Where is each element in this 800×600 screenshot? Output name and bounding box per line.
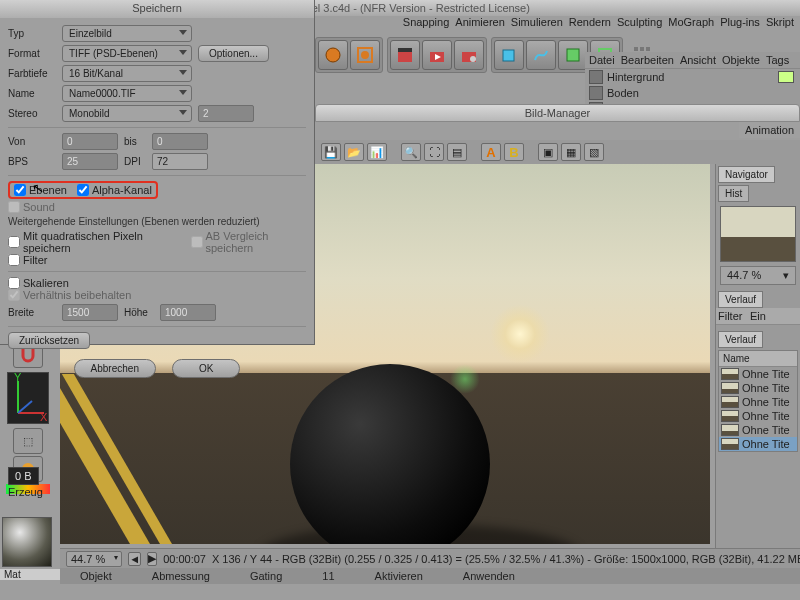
object-tag-icon[interactable] (778, 71, 794, 83)
objmenu-objekte[interactable]: Objekte (722, 54, 760, 66)
footer-gating[interactable]: Gating (250, 570, 282, 582)
history-row[interactable]: Ohne Tite (719, 381, 797, 395)
pv-histogram-icon[interactable]: 📊 (367, 143, 387, 161)
svg-rect-12 (634, 47, 638, 51)
picture-viewer-toolbar: 💾 📂 📊 🔍 ⛶ ▤ A B ▣ ▦ ▧ (315, 140, 800, 164)
perspective-icon[interactable]: ⬚ (13, 428, 43, 454)
svg-rect-13 (640, 47, 644, 51)
object-row[interactable]: Hintergrund (585, 69, 800, 85)
menu-skript[interactable]: Skript (766, 16, 794, 30)
bis-field[interactable]: 0 (152, 133, 208, 150)
footer-abmessung[interactable]: Abmessung (152, 570, 210, 582)
ok-button[interactable]: OK (172, 359, 240, 378)
pv-filter1-icon[interactable]: ▣ (538, 143, 558, 161)
ebenen-checkbox[interactable] (14, 184, 26, 196)
pv-compare-b-icon[interactable]: B (504, 143, 524, 161)
object-row[interactable]: Boden (585, 85, 800, 101)
history-header-name[interactable]: Name (719, 351, 797, 367)
pv-filter3-icon[interactable]: ▧ (584, 143, 604, 161)
pv-channel-icon[interactable]: ▤ (447, 143, 467, 161)
pv-zoom-icon[interactable]: 🔍 (401, 143, 421, 161)
tab-navigator[interactable]: Navigator (718, 166, 775, 183)
filter-checkbox[interactable] (8, 254, 20, 266)
pv-filter2-icon[interactable]: ▦ (561, 143, 581, 161)
render-region-icon[interactable] (350, 40, 380, 70)
svg-line-20 (18, 401, 32, 413)
pv-fullscreen-icon[interactable]: ⛶ (424, 143, 444, 161)
svg-point-2 (361, 51, 369, 59)
quadratic-checkbox[interactable] (8, 236, 20, 248)
cancel-button[interactable]: Abbrechen (74, 359, 156, 378)
menu-sculpting[interactable]: Sculpting (617, 16, 662, 30)
stereo-dropdown[interactable]: Monobild (62, 105, 192, 122)
pv-save-icon[interactable]: 💾 (321, 143, 341, 161)
ratio-checkbox (8, 289, 20, 301)
generator-icon[interactable] (558, 40, 588, 70)
material-label[interactable]: Mat (0, 569, 60, 580)
render-icon[interactable] (318, 40, 348, 70)
verlauf-filter-label[interactable]: Filter (718, 310, 742, 322)
menu-animieren[interactable]: Animieren (455, 16, 505, 30)
history-row[interactable]: Ohne Tite (719, 367, 797, 381)
chevron-down-icon: ▾ (783, 269, 789, 282)
clapboard-play-icon[interactable] (422, 40, 452, 70)
objmenu-datei[interactable]: Datei (589, 54, 615, 66)
render-sunlight (490, 304, 550, 364)
farbtiefe-dropdown[interactable]: 16 Bit/Kanal (62, 65, 192, 82)
history-row[interactable]: Ohne Tite (719, 437, 797, 451)
von-field[interactable]: 0 (62, 133, 118, 150)
menu-simulieren[interactable]: Simulieren (511, 16, 563, 30)
history-row[interactable]: Ohne Tite (719, 395, 797, 409)
format-dropdown[interactable]: TIFF (PSD-Ebenen) (62, 45, 192, 62)
clapboard-icon[interactable] (390, 40, 420, 70)
tab-verlauf[interactable]: Verlauf (718, 291, 763, 308)
pv-open-icon[interactable]: 📂 (344, 143, 364, 161)
label-stereo: Stereo (8, 108, 56, 119)
pv-compare-a-icon[interactable]: A (481, 143, 501, 161)
reset-button[interactable]: Zurücksetzen (8, 332, 90, 349)
cube-icon[interactable] (494, 40, 524, 70)
skalieren-checkbox[interactable] (8, 277, 20, 289)
advanced-heading: Weitergehende Einstellungen (Ebenen werd… (8, 216, 306, 227)
history-row[interactable]: Ohne Tite (719, 409, 797, 423)
clapboard-settings-icon[interactable] (454, 40, 484, 70)
objmenu-bearbeiten[interactable]: Bearbeiten (621, 54, 674, 66)
hoehe-field[interactable]: 1000 (160, 304, 216, 321)
typ-dropdown[interactable]: Einzelbild (62, 25, 192, 42)
footer-aktivieren[interactable]: Aktivieren (375, 570, 423, 582)
history-row[interactable]: Ohne Tite (719, 423, 797, 437)
stereo-count-field[interactable]: 2 (198, 105, 254, 122)
bps-field[interactable]: 25 (62, 153, 118, 170)
objmenu-tags[interactable]: Tags (766, 54, 789, 66)
skalieren-label: Skalieren (23, 277, 69, 289)
navigator-panel: NavigatorHist 44.7 %▾ Verlauf Filter Ein… (715, 164, 800, 548)
picture-viewer-statusbar: 44.7 % ◄ ▶ 00:00:07 X 136 / Y 44 - RGB (… (60, 548, 800, 568)
footer-anwenden[interactable]: Anwenden (463, 570, 515, 582)
objmenu-ansicht[interactable]: Ansicht (680, 54, 716, 66)
zoom-dropdown[interactable]: 44.7 % (66, 551, 122, 567)
footer-objekt[interactable]: Objekt (80, 570, 112, 582)
navigator-thumbnail[interactable] (720, 206, 796, 262)
spline-icon[interactable] (526, 40, 556, 70)
play-icon[interactable]: ▶ (147, 552, 157, 566)
dpi-field[interactable]: 72 (152, 153, 208, 170)
label-dpi: DPI (124, 156, 146, 167)
label-format: Format (8, 48, 56, 59)
background-obj-icon (589, 70, 603, 84)
verlauf-ein-label[interactable]: Ein (750, 310, 766, 322)
optionen-button[interactable]: Optionen... (198, 45, 269, 62)
tab-verlauf-2[interactable]: Verlauf (718, 331, 763, 348)
navigator-zoom[interactable]: 44.7 %▾ (720, 266, 796, 285)
menu-plugins[interactable]: Plug-ins (720, 16, 760, 30)
alpha-checkbox[interactable] (77, 184, 89, 196)
breite-field[interactable]: 1500 (62, 304, 118, 321)
menu-snapping[interactable]: Snapping (403, 16, 450, 30)
prev-frame-icon[interactable]: ◄ (128, 552, 141, 566)
material-preview-icon[interactable] (2, 517, 52, 567)
menu-mograph[interactable]: MoGraph (668, 16, 714, 30)
menu-rendern[interactable]: Rendern (569, 16, 611, 30)
svg-rect-14 (646, 47, 650, 51)
name-dropdown[interactable]: Name0000.TIF (62, 85, 192, 102)
tab-animation[interactable]: Animation (745, 124, 794, 136)
tab-histogram[interactable]: Hist (718, 185, 749, 202)
